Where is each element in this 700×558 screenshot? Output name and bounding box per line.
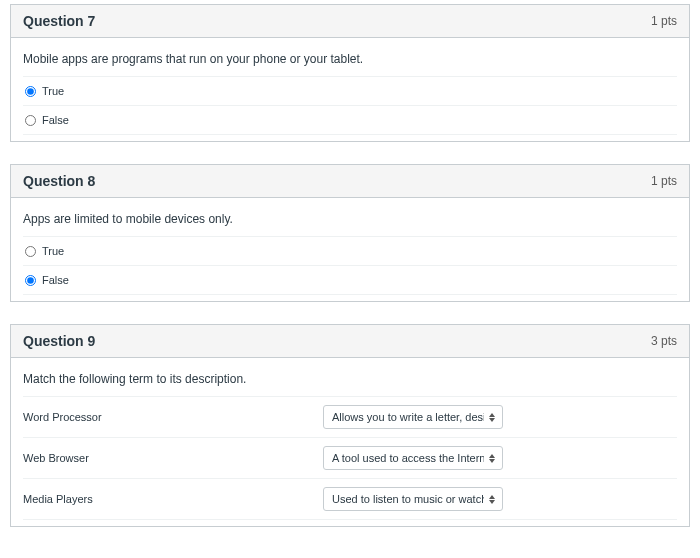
radio-true[interactable] <box>25 86 36 97</box>
option-label: True <box>42 245 64 257</box>
option-label: False <box>42 114 69 126</box>
match-select-value: Allows you to write a letter, desi <box>332 411 484 423</box>
question-points: 1 pts <box>651 14 677 28</box>
option-true[interactable]: True <box>23 76 677 105</box>
radio-true[interactable] <box>25 246 36 257</box>
updown-icon <box>488 452 496 464</box>
question-9-card: Question 9 3 pts Match the following ter… <box>10 324 690 527</box>
question-points: 3 pts <box>651 334 677 348</box>
question-header: Question 9 3 pts <box>11 325 689 358</box>
option-label: False <box>42 274 69 286</box>
match-term: Media Players <box>23 493 323 505</box>
match-term: Web Browser <box>23 452 323 464</box>
option-list: True False <box>23 236 677 295</box>
option-list: True False <box>23 76 677 135</box>
question-7-card: Question 7 1 pts Mobile apps are program… <box>10 4 690 142</box>
option-false[interactable]: False <box>23 105 677 135</box>
radio-false[interactable] <box>25 115 36 126</box>
question-header: Question 7 1 pts <box>11 5 689 38</box>
question-points: 1 pts <box>651 174 677 188</box>
match-select-value: Used to listen to music or watch <box>332 493 484 505</box>
question-title: Question 8 <box>23 173 95 189</box>
updown-icon <box>488 411 496 423</box>
match-term: Word Processor <box>23 411 323 423</box>
match-select[interactable]: Allows you to write a letter, desi <box>323 405 503 429</box>
radio-false[interactable] <box>25 275 36 286</box>
match-row: Media Players Used to listen to music or… <box>23 478 677 520</box>
question-prompt: Apps are limited to mobile devices only. <box>23 212 677 226</box>
question-title: Question 9 <box>23 333 95 349</box>
question-header: Question 8 1 pts <box>11 165 689 198</box>
match-select-value: A tool used to access the Intern <box>332 452 484 464</box>
question-prompt: Match the following term to its descript… <box>23 372 677 386</box>
match-row: Web Browser A tool used to access the In… <box>23 437 677 478</box>
quiz-page: Question 7 1 pts Mobile apps are program… <box>0 0 700 537</box>
question-body: Apps are limited to mobile devices only.… <box>11 198 689 301</box>
match-row: Word Processor Allows you to write a let… <box>23 396 677 437</box>
match-select[interactable]: Used to listen to music or watch <box>323 487 503 511</box>
match-select[interactable]: A tool used to access the Intern <box>323 446 503 470</box>
question-8-card: Question 8 1 pts Apps are limited to mob… <box>10 164 690 302</box>
question-title: Question 7 <box>23 13 95 29</box>
match-list: Word Processor Allows you to write a let… <box>23 396 677 520</box>
question-body: Match the following term to its descript… <box>11 358 689 526</box>
question-prompt: Mobile apps are programs that run on you… <box>23 52 677 66</box>
updown-icon <box>488 493 496 505</box>
option-label: True <box>42 85 64 97</box>
option-true[interactable]: True <box>23 236 677 265</box>
option-false[interactable]: False <box>23 265 677 295</box>
question-body: Mobile apps are programs that run on you… <box>11 38 689 141</box>
